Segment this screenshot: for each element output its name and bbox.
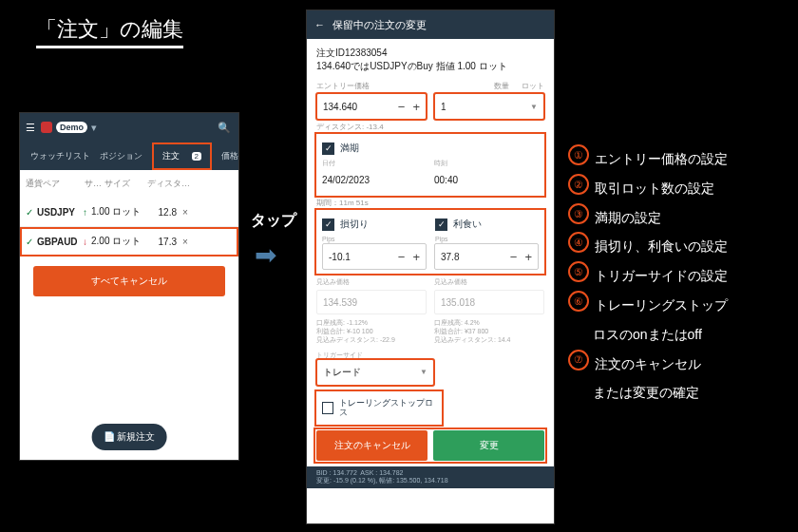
account-badge[interactable]: Demo: [56, 122, 87, 133]
plus-icon[interactable]: +: [412, 100, 420, 114]
tab-watchlist[interactable]: ウォッチリスト: [30, 150, 90, 162]
check-icon: ✓: [26, 237, 33, 247]
tab-alerts[interactable]: 価格アラート: [221, 150, 238, 162]
est-price-sl: 134.539: [316, 290, 427, 314]
close-icon[interactable]: ×: [182, 237, 188, 247]
app-topbar: ☰ Demo ▾ 🔍: [20, 113, 238, 142]
close-icon[interactable]: ×: [182, 207, 188, 218]
sl-pips-input[interactable]: -10.1−+: [322, 243, 427, 270]
expiry-date[interactable]: 24/02/2023: [322, 175, 370, 185]
expiry-checkbox[interactable]: ✓: [322, 142, 334, 155]
duration-readout: 期間：11m 51s: [307, 196, 554, 210]
cancel-order-button[interactable]: 注文のキャンセル: [316, 430, 428, 461]
cancel-all-button[interactable]: すべてキャンセル: [33, 266, 225, 296]
edit-order-screen: ← 保留中の注文の変更 注文ID12383054 134.640ではUSDJPY…: [306, 10, 555, 524]
minus-icon[interactable]: −: [398, 100, 406, 114]
tp-pips-input[interactable]: 37.8−+: [434, 243, 539, 270]
arrow-right-icon: ➡: [255, 239, 276, 271]
tap-annotation: タップ: [251, 211, 296, 231]
trigger-side-select[interactable]: トレード▼: [316, 359, 434, 386]
sl-checkbox[interactable]: ✓: [322, 218, 334, 231]
arrow-down-icon: ↓: [83, 237, 87, 247]
back-icon[interactable]: ←: [314, 19, 325, 30]
order-row-selected[interactable]: ✓ GBPAUD ↓ 2.00 ロット 17.3 ×: [20, 227, 238, 256]
edit-title: 保留中の注文の変更: [332, 18, 427, 32]
distance-readout: ディスタンス: -13.4: [307, 120, 554, 134]
est-price-tp: 135.018: [434, 290, 544, 314]
tsl-checkbox[interactable]: [322, 402, 333, 414]
legend: ①エントリー価格の設定 ②取引ロット数の設定 ③満期の設定 ④損切り、利食いの設…: [568, 144, 728, 408]
check-icon: ✓: [26, 207, 33, 218]
tp-checkbox[interactable]: ✓: [435, 218, 447, 231]
menu-icon[interactable]: ☰: [26, 122, 35, 134]
order-row[interactable]: ✓ USDJPY ↑ 1.00 ロット 12.8 ×: [20, 198, 238, 227]
tab-position[interactable]: ポジション: [100, 150, 142, 162]
tab-bar: ウォッチリスト ポジション 注文 2 価格アラート 履歴: [20, 142, 238, 170]
entry-price-input[interactable]: 134.640−+: [316, 93, 427, 120]
app-logo-icon: [41, 122, 52, 133]
edit-topbar: ← 保留中の注文の変更: [307, 10, 554, 39]
slide-title: 「注文」の編集: [36, 15, 183, 48]
sltp-section: ✓損切り ✓利食い PipsPips -10.1−+ 37.8−+: [316, 210, 544, 274]
list-header: 通貨ペア サ… サイズ ディスタ…: [20, 170, 238, 198]
new-order-button[interactable]: 📄 新規注文: [92, 424, 167, 450]
tsl-section: トレーリングストップロス: [316, 391, 442, 426]
orders-list-screen: ☰ Demo ▾ 🔍 ウォッチリスト ポジション 注文 2 価格アラート 履歴 …: [19, 112, 239, 461]
action-buttons: 注文のキャンセル 変更: [316, 430, 544, 461]
order-id: 注文ID12383054: [316, 47, 544, 60]
price-footer: BID : 134.772 ASK : 134.782変更: -15.9 (0.…: [307, 466, 554, 488]
arrow-up-icon: ↑: [83, 207, 87, 218]
order-desc: 134.640ではUSDJPYのBuy 指値 1.00 ロット: [316, 60, 544, 73]
search-icon[interactable]: 🔍: [218, 122, 231, 134]
change-order-button[interactable]: 変更: [433, 430, 544, 461]
quantity-input[interactable]: 1▼: [434, 93, 544, 120]
tab-orders[interactable]: 注文 2: [152, 142, 212, 170]
chevron-down-icon[interactable]: ▼: [530, 103, 538, 111]
expiry-time[interactable]: 00:40: [434, 175, 458, 185]
expiry-section: ✓満期 日付24/02/2023 時刻00:40: [316, 134, 544, 196]
